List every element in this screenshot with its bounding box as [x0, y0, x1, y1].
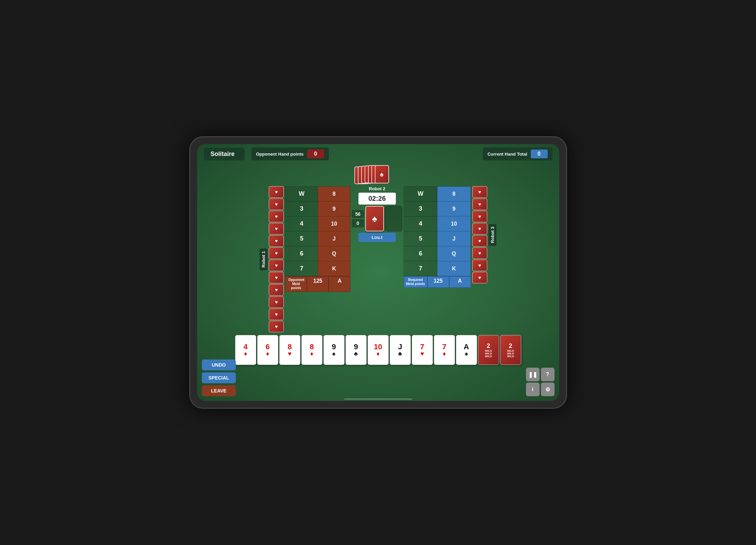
middle-section: Robot 1 ♥ ♥ ♥ ♥ ♥ ♥ ♥ ♥ ♥ ♥ ♥ ♥ [197, 186, 559, 332]
hand-total-value: 0 [531, 150, 548, 158]
settings-button[interactable]: ⚙ [541, 383, 555, 396]
robot3-card: ♥ [472, 223, 487, 234]
hand-card-7h[interactable]: 7 ♥ [412, 335, 433, 365]
app-title: Solitaire [204, 148, 245, 160]
hand-card-9c[interactable]: 9 ♣ [346, 335, 367, 365]
table-row: 4 10 [285, 216, 350, 231]
left-meld-footer: OpponentMeld points 125 A [285, 276, 350, 292]
robot1-card: ♥ [269, 321, 284, 332]
right-meld-table: W 8 3 9 4 10 5 J [404, 186, 471, 288]
robot3-card: ♥ [472, 260, 487, 271]
discard-card[interactable]: ♠ [365, 206, 384, 231]
deck-stack[interactable]: ♠ [351, 165, 405, 185]
table-row: 4 10 [404, 216, 471, 231]
discard-area: 56 0 ♠ [352, 206, 402, 231]
robot1-card: ♥ [269, 260, 284, 271]
leave-button[interactable]: LEAVE [202, 385, 236, 396]
robot1-section: Robot 1 ♥ ♥ ♥ ♥ ♥ ♥ ♥ ♥ ♥ ♥ ♥ ♥ [260, 186, 284, 332]
bottom-controls: UNDO SPECIAL LEAVE [202, 359, 236, 396]
undo-button[interactable]: UNDO [202, 359, 236, 370]
player-name: Lou.t [358, 233, 396, 242]
robot1-card: ♥ [269, 186, 284, 198]
table-row: 6 Q [404, 246, 471, 261]
table-row: 3 9 [404, 201, 471, 216]
robot1-card: ♥ [269, 235, 284, 247]
right-meld-rank: 4 [404, 216, 437, 231]
hand-card-10d[interactable]: 10 ♦ [368, 335, 389, 365]
left-meld-table: W 8 3 9 4 10 5 J [285, 186, 350, 292]
right-meld-rank: 5 [404, 231, 437, 246]
special-button[interactable]: SPECIAL [202, 372, 236, 383]
robot3-card: ♥ [472, 198, 487, 210]
robot1-card: ♥ [269, 223, 284, 234]
help-button[interactable]: ? [541, 368, 555, 381]
right-meld-rank: 3 [404, 201, 437, 216]
right-meld-value: K [437, 261, 471, 276]
robot3-section: ♥ ♥ ♥ ♥ ♥ ♥ ♥ ♥ Robot 3 [472, 186, 496, 283]
opponent-score-value: 0 [307, 150, 324, 158]
hand-card-wild-2c[interactable]: 2 WILDWILDWILD [500, 335, 521, 365]
left-meld-footer-a: A [329, 276, 350, 292]
right-meld-footer-points: 125 [427, 276, 449, 288]
left-meld-value: K [318, 261, 350, 276]
table-row: 6 Q [285, 246, 350, 261]
hand-card-jc[interactable]: J ♣ [390, 335, 411, 365]
hand-card-7d[interactable]: 7 ♦ [434, 335, 455, 365]
left-meld-rank: 3 [285, 201, 318, 216]
hand-card-wild-2h[interactable]: 2 WILDWILDWILD [478, 335, 499, 365]
robot1-col: Robot 1 [260, 248, 267, 270]
robot1-card: ♥ [269, 272, 284, 283]
left-meld-value: Q [318, 246, 350, 261]
hand-card-9s[interactable]: 9 ♠ [323, 335, 345, 365]
robot1-card: ♥ [269, 309, 284, 320]
right-meld-footer: RequiredMeld points 125 A [404, 276, 471, 288]
discard-card-symbol: ♠ [372, 213, 377, 224]
center-panel: Robot 2 02:26 56 0 ♠ Lou.t [352, 186, 402, 242]
right-meld-footer-a: A [449, 276, 471, 288]
left-meld-footer-label: OpponentMeld points [285, 276, 307, 292]
left-meld-value: J [318, 231, 350, 246]
robot3-card: ♥ [472, 235, 487, 247]
robot3-card: ♥ [472, 272, 487, 283]
table-row: 7 K [404, 261, 471, 276]
table-row: W 8 [404, 187, 471, 201]
table-row: 5 J [404, 231, 471, 246]
scrollbar-hint [344, 399, 412, 400]
robot2-label: Robot 2 [369, 186, 385, 191]
robot1-card: ♥ [269, 211, 284, 222]
deck-area: ♠ [197, 165, 559, 185]
game-timer: 02:26 [358, 193, 396, 205]
left-meld-rank: 7 [285, 261, 318, 276]
left-meld-value: 9 [318, 201, 350, 216]
right-meld-value: J [437, 231, 471, 246]
robot3-label: Robot 3 [489, 224, 496, 246]
discard-empty-slot [385, 206, 402, 231]
right-meld-value: 8 [437, 187, 471, 201]
robot3-card: ♥ [472, 186, 487, 198]
discard-count-main: 56 [352, 210, 364, 218]
info-button[interactable]: i [526, 383, 540, 396]
table-row: W 8 [285, 187, 350, 201]
left-meld-rank: 5 [285, 231, 318, 246]
hand-card-4d[interactable]: 4 ♦ [235, 335, 256, 365]
robot1-card: ♥ [269, 247, 284, 259]
hand-card-8h[interactable]: 8 ♥ [279, 335, 300, 365]
left-meld-rank: 4 [285, 216, 318, 231]
right-meld-value: 9 [437, 201, 471, 216]
right-meld-footer-label: RequiredMeld points [404, 276, 427, 288]
robot1-card: ♥ [269, 284, 284, 296]
opponent-score-label: Opponent Hand points [256, 152, 304, 157]
pause-button[interactable]: ❚❚ [526, 368, 540, 381]
left-meld-value: 10 [318, 216, 350, 231]
table-row: 5 J [285, 231, 350, 246]
hand-card-6d[interactable]: 6 ♦ [257, 335, 278, 365]
hand-total-box: Current Hand Total 0 [483, 147, 552, 160]
right-meld-rank: 7 [404, 261, 437, 276]
table-row: 7 K [285, 261, 350, 276]
right-meld-value: Q [437, 246, 471, 261]
discard-count-zero: 0 [352, 219, 364, 227]
table-row: 3 9 [285, 201, 350, 216]
hand-card-8d[interactable]: 8 ♦ [301, 335, 322, 365]
hand-card-as[interactable]: A ♠ [456, 335, 477, 365]
left-meld: W 8 3 9 4 10 5 J [285, 186, 350, 276]
